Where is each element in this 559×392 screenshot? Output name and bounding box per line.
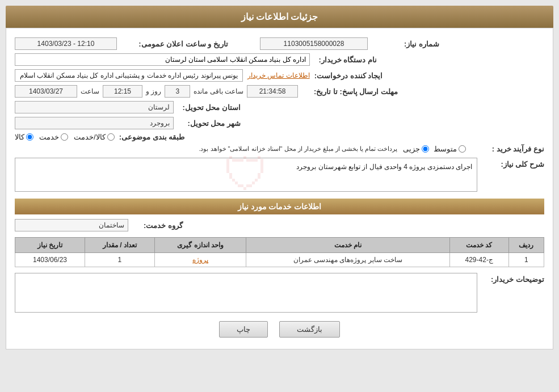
service-group-row: گروه خدمت:: [15, 219, 544, 231]
category-kala-khedmat-label: کالا/خدمت: [74, 133, 106, 141]
province-label: استان محل تحویل:: [178, 103, 241, 112]
need-number-input: [260, 37, 368, 50]
purchase-type-row: نوع فرآیند خرید : متوسط جزیی پرداخت تمام…: [15, 145, 544, 153]
purchase-jozii-option[interactable]: جزیی: [403, 145, 429, 153]
need-desc-row: شرح کلی نیاز: اجرای دستمزدی پروژه 4 واحد…: [15, 158, 544, 192]
cell-date: 1403/06/23: [15, 253, 85, 267]
deadline-row: مهلت ارسال پاسخ: تا تاریخ: ساعت باقی مان…: [15, 85, 544, 98]
need-desc-container: اجرای دستمزدی پروژه 4 واحدی فیال از تواب…: [15, 158, 477, 192]
col-date: تاریخ نیاز: [15, 238, 85, 253]
table-row: 1ج-42-429ساخت سایر پروژه‌های مهندسی عمرا…: [15, 253, 544, 267]
purchase-type-label: نوع فرآیند خرید :: [476, 145, 544, 153]
deadline-date-input: [15, 85, 77, 98]
page-header: جزئیات اطلاعات نیاز: [6, 6, 553, 28]
col-name: نام خدمت: [246, 238, 449, 253]
col-count: تعداد / مقدار: [85, 238, 155, 253]
category-kala-khedmat-radio[interactable]: [107, 133, 115, 141]
cell-row: 1: [508, 253, 544, 267]
province-row: استان محل تحویل:: [15, 101, 544, 113]
city-row: شهر محل تحویل:: [15, 117, 544, 129]
service-group-input: [15, 219, 128, 231]
services-table: ردیف کد خدمت نام خدمت واحد اندازه گیری ت…: [15, 237, 544, 267]
category-radio-group: کالا/خدمت خدمت کالا: [15, 133, 115, 141]
col-code: کد خدمت: [449, 238, 508, 253]
watermark: 🛡: [224, 149, 269, 201]
print-button[interactable]: چاپ: [219, 321, 268, 338]
category-kala-khedmat-option[interactable]: کالا/خدمت: [74, 133, 115, 141]
days-label: روز و: [146, 87, 161, 95]
button-row: بازگشت چاپ: [15, 321, 544, 338]
buyer-desc-textarea[interactable]: [15, 273, 477, 313]
category-label: طبقه بندی موضوعی:: [119, 133, 185, 141]
category-khedmat-radio[interactable]: [61, 133, 68, 141]
category-row: طبقه بندی موضوعی: کالا/خدمت خدمت کالا: [15, 133, 544, 141]
service-info-title: اطلاعات خدمات مورد نیاز: [238, 202, 322, 211]
creator-row: ایجاد کننده درخواست: اطلاعات تماس خریدار…: [15, 69, 544, 82]
need-number-row: شماره نیاز: تاریخ و ساعت اعلان عمومی:: [15, 37, 544, 50]
category-kala-radio[interactable]: [26, 133, 33, 141]
service-group-label: گروه خدمت:: [137, 221, 183, 230]
need-number-label: شماره نیاز:: [377, 40, 439, 48]
announce-label: تاریخ و ساعت اعلان عمومی:: [126, 40, 228, 48]
back-button[interactable]: بازگشت: [279, 321, 340, 338]
col-row: ردیف: [508, 238, 544, 253]
city-label: شهر محل تحویل:: [178, 119, 241, 128]
purchase-note: پرداخت تمام یا بخشی از مبلغ خریدار از مح…: [15, 145, 397, 153]
buyer-org-row: نام دستگاه خریدار:: [15, 53, 544, 66]
category-khedmat-label: خدمت: [39, 133, 59, 141]
creator-label: ایجاد کننده درخواست:: [314, 71, 383, 80]
buyer-org-label: نام دستگاه خریدار:: [314, 56, 377, 64]
services-table-container: ردیف کد خدمت نام خدمت واحد اندازه گیری ت…: [15, 237, 544, 267]
purchase-jozii-radio[interactable]: [422, 145, 429, 153]
category-khedmat-option[interactable]: خدمت: [39, 133, 68, 141]
buyer-desc-row: توضیحات خریدار:: [15, 273, 544, 313]
need-desc-label: شرح کلی نیاز:: [482, 158, 544, 168]
purchase-type-radio-group: متوسط جزیی: [403, 145, 466, 153]
province-input: [15, 101, 174, 113]
category-kala-label: کالا: [15, 133, 24, 141]
cell-count: 1: [85, 253, 155, 267]
page-title: جزئیات اطلاعات نیاز: [241, 12, 318, 22]
buyer-org-input: [15, 53, 310, 66]
deadline-label: مهلت ارسال پاسخ: تا تاریخ:: [307, 87, 398, 96]
need-desc-value-area: اجرای دستمزدی پروژه 4 واحدی فیال از تواب…: [15, 158, 477, 192]
cell-name: ساخت سایر پروژه‌های مهندسی عمران: [246, 253, 449, 267]
deadline-days-input: [165, 85, 190, 98]
remain-label: ساعت باقی مانده: [194, 87, 243, 95]
cell-code: ج-42-429: [449, 253, 508, 267]
buyer-desc-label: توضیحات خریدار:: [482, 273, 544, 284]
creator-contact-link[interactable]: اطلاعات تماس خریدار: [247, 71, 310, 79]
deadline-time-input: [103, 85, 142, 98]
announce-input: [15, 37, 117, 50]
service-info-header: اطلاعات خدمات مورد نیاز: [15, 199, 544, 214]
time-label: ساعت: [81, 87, 99, 95]
deadline-datetime-group: ساعت باقی مانده روز و ساعت: [15, 85, 298, 98]
col-unit: واحد اندازه گیری: [154, 238, 246, 253]
purchase-mottavaset-option[interactable]: متوسط: [434, 145, 466, 153]
creator-value: یونس پیرانوند رئیس اداره خدمات و پشتیبان…: [15, 69, 243, 82]
deadline-remain-input: [247, 85, 298, 98]
purchase-mottavaset-radio[interactable]: [459, 145, 466, 153]
purchase-mottavaset-label: متوسط: [434, 145, 457, 153]
cell-unit: پروژه: [154, 253, 246, 267]
city-input: [15, 117, 174, 129]
category-kala-option[interactable]: کالا: [15, 133, 33, 141]
purchase-jozii-label: جزیی: [403, 145, 420, 153]
need-desc-value: اجرای دستمزدی پروژه 4 واحدی فیال از تواب…: [296, 163, 472, 171]
